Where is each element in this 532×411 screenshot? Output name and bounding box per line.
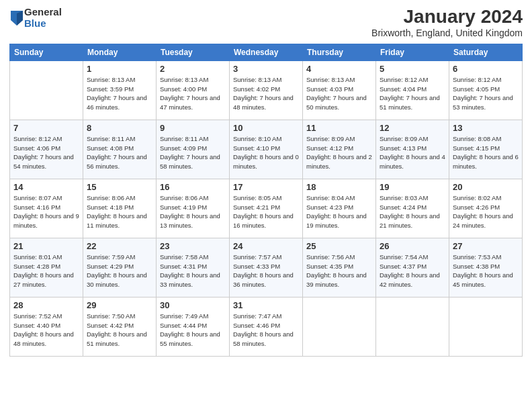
day-cell: 4 Sunrise: 8:13 AM Sunset: 4:03 PM Dayli…	[303, 60, 376, 120]
day-number: 8	[87, 123, 152, 133]
day-info: Sunrise: 8:11 AM Sunset: 4:08 PM Dayligh…	[87, 134, 152, 171]
logo-general: General	[24, 7, 62, 18]
col-tuesday: Tuesday	[157, 44, 230, 60]
day-cell: 26 Sunrise: 7:54 AM Sunset: 4:37 PM Dayl…	[376, 238, 449, 297]
day-number: 28	[13, 300, 79, 310]
day-info: Sunrise: 7:49 AM Sunset: 4:44 PM Dayligh…	[160, 312, 226, 349]
sunrise: Sunrise: 8:13 AM	[306, 76, 355, 83]
sunset: Sunset: 4:23 PM	[306, 203, 353, 211]
sunrise: Sunrise: 7:58 AM	[160, 253, 208, 261]
sunrise: Sunrise: 7:50 AM	[87, 312, 135, 320]
day-info: Sunrise: 7:52 AM Sunset: 4:40 PM Dayligh…	[13, 312, 79, 349]
sunset: Sunset: 4:10 PM	[233, 144, 280, 152]
daylight: Daylight: 8 hours and 4 minutes.	[380, 153, 445, 170]
col-wednesday: Wednesday	[230, 44, 303, 60]
sunset: Sunset: 4:16 PM	[13, 203, 60, 211]
day-info: Sunrise: 8:10 AM Sunset: 4:10 PM Dayligh…	[233, 134, 299, 171]
daylight: Daylight: 8 hours and 55 minutes.	[160, 330, 220, 347]
sunset: Sunset: 4:24 PM	[380, 203, 427, 211]
daylight: Daylight: 8 hours and 36 minutes.	[233, 271, 294, 288]
day-cell	[449, 297, 523, 356]
sunrise: Sunrise: 8:12 AM	[380, 76, 428, 83]
day-number: 14	[13, 182, 79, 192]
sunrise: Sunrise: 8:04 AM	[306, 194, 355, 201]
sunrise: Sunrise: 8:09 AM	[380, 135, 428, 142]
daylight: Daylight: 7 hours and 58 minutes.	[160, 153, 220, 170]
day-number: 31	[233, 300, 299, 310]
sunrise: Sunrise: 8:03 AM	[380, 194, 428, 201]
day-cell: 30 Sunrise: 7:49 AM Sunset: 4:44 PM Dayl…	[157, 297, 230, 356]
day-info: Sunrise: 8:03 AM Sunset: 4:24 PM Dayligh…	[380, 193, 445, 230]
title-location: Brixworth, England, United Kingdom	[371, 28, 523, 38]
sunset: Sunset: 4:18 PM	[87, 203, 134, 211]
day-number: 26	[380, 241, 445, 251]
day-info: Sunrise: 7:53 AM Sunset: 4:38 PM Dayligh…	[453, 253, 519, 289]
day-number: 6	[453, 64, 519, 74]
sunrise: Sunrise: 7:49 AM	[160, 312, 208, 320]
sunrise: Sunrise: 7:47 AM	[233, 312, 281, 320]
page: General Blue January 2024 Brixworth, Eng…	[0, 0, 532, 411]
sunset: Sunset: 4:29 PM	[87, 263, 134, 270]
sunset: Sunset: 4:31 PM	[160, 263, 207, 270]
logo-blue: Blue	[24, 18, 62, 30]
day-number: 19	[380, 182, 445, 192]
sunrise: Sunrise: 8:06 AM	[160, 194, 208, 201]
day-info: Sunrise: 8:12 AM Sunset: 4:06 PM Dayligh…	[13, 134, 79, 171]
day-number: 21	[13, 241, 79, 251]
sunset: Sunset: 4:42 PM	[87, 322, 134, 329]
day-cell: 18 Sunrise: 8:04 AM Sunset: 4:23 PM Dayl…	[303, 179, 376, 238]
day-cell: 14 Sunrise: 8:07 AM Sunset: 4:16 PM Dayl…	[10, 179, 83, 238]
daylight: Daylight: 8 hours and 30 minutes.	[87, 271, 147, 288]
sunset: Sunset: 4:37 PM	[380, 263, 427, 270]
day-number: 24	[233, 241, 299, 251]
day-cell: 17 Sunrise: 8:05 AM Sunset: 4:21 PM Dayl…	[230, 179, 303, 238]
daylight: Daylight: 7 hours and 46 minutes.	[87, 94, 147, 111]
day-info: Sunrise: 8:05 AM Sunset: 4:21 PM Dayligh…	[233, 193, 299, 230]
day-cell: 19 Sunrise: 8:03 AM Sunset: 4:24 PM Dayl…	[376, 179, 449, 238]
day-number: 10	[233, 123, 299, 133]
sunrise: Sunrise: 7:54 AM	[380, 253, 428, 261]
calendar-table: Sunday Monday Tuesday Wednesday Thursday…	[9, 44, 523, 357]
daylight: Daylight: 8 hours and 51 minutes.	[87, 330, 147, 347]
daylight: Daylight: 8 hours and 27 minutes.	[13, 271, 74, 288]
sunset: Sunset: 4:44 PM	[160, 322, 207, 329]
day-info: Sunrise: 7:54 AM Sunset: 4:37 PM Dayligh…	[380, 253, 445, 289]
day-info: Sunrise: 8:04 AM Sunset: 4:23 PM Dayligh…	[306, 193, 372, 230]
day-number: 30	[160, 300, 226, 310]
day-number: 7	[13, 123, 79, 133]
sunrise: Sunrise: 8:02 AM	[453, 194, 501, 201]
sunset: Sunset: 4:28 PM	[13, 263, 60, 270]
sunset: Sunset: 4:38 PM	[453, 263, 500, 270]
daylight: Daylight: 8 hours and 16 minutes.	[233, 212, 294, 229]
sunset: Sunset: 3:59 PM	[87, 85, 134, 93]
day-cell: 12 Sunrise: 8:09 AM Sunset: 4:13 PM Dayl…	[376, 120, 449, 179]
day-cell: 28 Sunrise: 7:52 AM Sunset: 4:40 PM Dayl…	[10, 297, 83, 356]
day-info: Sunrise: 8:13 AM Sunset: 3:59 PM Dayligh…	[87, 75, 152, 112]
week-row-4: 28 Sunrise: 7:52 AM Sunset: 4:40 PM Dayl…	[10, 297, 523, 356]
sunset: Sunset: 4:15 PM	[453, 144, 500, 152]
day-number: 29	[87, 300, 152, 310]
day-info: Sunrise: 8:11 AM Sunset: 4:09 PM Dayligh…	[160, 134, 226, 171]
sunrise: Sunrise: 8:08 AM	[453, 135, 501, 142]
day-cell: 5 Sunrise: 8:12 AM Sunset: 4:04 PM Dayli…	[376, 60, 449, 120]
day-cell: 7 Sunrise: 8:12 AM Sunset: 4:06 PM Dayli…	[10, 120, 83, 179]
day-number: 1	[87, 64, 152, 74]
sunset: Sunset: 4:35 PM	[306, 263, 353, 270]
daylight: Daylight: 7 hours and 48 minutes.	[233, 94, 294, 111]
day-number: 27	[453, 241, 519, 251]
day-number: 15	[87, 182, 152, 192]
day-number: 3	[233, 64, 299, 74]
daylight: Daylight: 8 hours and 0 minutes.	[233, 153, 299, 170]
sunset: Sunset: 4:05 PM	[453, 85, 500, 93]
sunset: Sunset: 4:12 PM	[306, 144, 353, 152]
daylight: Daylight: 8 hours and 19 minutes.	[306, 212, 367, 229]
col-monday: Monday	[83, 44, 157, 60]
day-cell: 20 Sunrise: 8:02 AM Sunset: 4:26 PM Dayl…	[449, 179, 523, 238]
day-cell: 23 Sunrise: 7:58 AM Sunset: 4:31 PM Dayl…	[157, 238, 230, 297]
day-info: Sunrise: 8:09 AM Sunset: 4:13 PM Dayligh…	[380, 134, 445, 171]
day-cell: 29 Sunrise: 7:50 AM Sunset: 4:42 PM Dayl…	[83, 297, 157, 356]
title-block: January 2024 Brixworth, England, United …	[371, 7, 523, 38]
week-row-0: 1 Sunrise: 8:13 AM Sunset: 3:59 PM Dayli…	[10, 60, 523, 120]
daylight: Daylight: 8 hours and 42 minutes.	[380, 271, 440, 288]
day-info: Sunrise: 8:06 AM Sunset: 4:19 PM Dayligh…	[160, 193, 226, 230]
